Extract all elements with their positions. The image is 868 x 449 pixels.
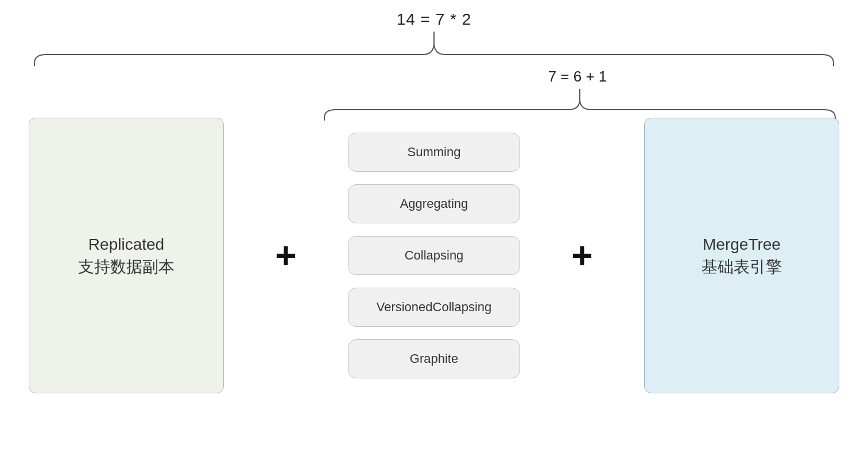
engine-label-graphite: Graphite <box>410 351 458 366</box>
engine-pill-aggregating: Aggregating <box>348 184 520 223</box>
engine-pill-graphite: Graphite <box>348 339 520 378</box>
mergetree-line1: MergeTree <box>703 235 781 253</box>
engine-pill-summing: Summing <box>348 133 520 172</box>
replicated-line1: Replicated <box>88 235 164 253</box>
canvas: 14 = 7 * 2 7 = 6 + 1 Replicated 支持数据副本 + <box>0 0 868 449</box>
engine-pill-versionedcollapsing: VersionedCollapsing <box>348 288 520 327</box>
replicated-title: Replicated 支持数据副本 <box>78 233 175 278</box>
top-brace-label: 14 = 7 * 2 <box>0 10 868 29</box>
plus-sign-2: + <box>554 237 610 274</box>
plus-sign-1: + <box>258 237 313 274</box>
engine-pill-collapsing: Collapsing <box>348 236 520 275</box>
second-brace-label: 7 = 6 + 1 <box>316 68 839 86</box>
mergetree-line2: 基础表引擎 <box>702 258 782 276</box>
engine-label-versionedcollapsing: VersionedCollapsing <box>377 300 492 315</box>
box-mergetree: MergeTree 基础表引擎 <box>644 118 839 393</box>
engine-label-summing: Summing <box>408 145 461 160</box>
replicated-line2: 支持数据副本 <box>78 258 175 276</box>
engine-label-collapsing: Collapsing <box>405 248 464 263</box>
box-replicated: Replicated 支持数据副本 <box>29 118 224 393</box>
second-brace-svg <box>319 89 841 121</box>
main-row: Replicated 支持数据副本 + Summing Aggregating … <box>29 118 839 393</box>
mergetree-title: MergeTree 基础表引擎 <box>702 233 782 278</box>
engine-list: Summing Aggregating Collapsing Versioned… <box>348 133 520 378</box>
engine-label-aggregating: Aggregating <box>400 196 468 211</box>
top-brace-svg <box>29 32 839 66</box>
